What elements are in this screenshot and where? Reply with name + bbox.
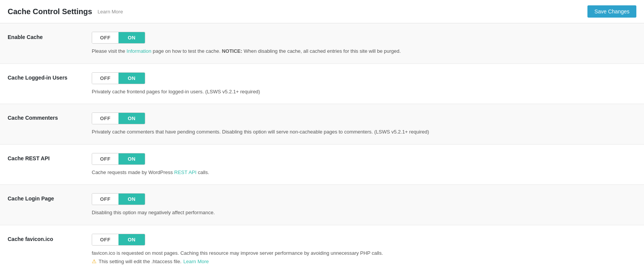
settings-sections: Enable CacheOFFONPlease visit the Inform… [0,23,644,267]
section-content-cache-favicon: OFFONfavicon.ico is requested on most pa… [92,234,636,265]
section-content-cache-commenters: OFFONPrivately cache commenters that hav… [92,112,636,136]
section-cache-rest-api: Cache REST APIOFFONCache requests made b… [0,145,644,185]
section-cache-login-page: Cache Login PageOFFONDisabling this opti… [0,185,644,225]
toggle-on-cache-commenters[interactable]: ON [118,113,145,124]
save-changes-button[interactable]: Save Changes [587,5,636,18]
section-label-cache-login-page: Cache Login Page [8,193,92,202]
section-content-cache-logged-in-users: OFFONPrivately cache frontend pages for … [92,72,636,96]
description-link-cache-rest-api[interactable]: REST API [174,169,196,175]
warning-learn-more-cache-favicon[interactable]: Learn More [183,259,209,264]
warning-text-cache-favicon: This setting will edit the .htaccess fil… [99,259,182,264]
toggle-on-cache-favicon[interactable]: ON [118,234,145,245]
section-cache-commenters: Cache CommentersOFFONPrivately cache com… [0,104,644,145]
toggle-on-cache-rest-api[interactable]: ON [118,153,145,164]
section-description-enable-cache: Please visit the Information page on how… [92,47,636,55]
section-description-cache-login-page: Disabling this option may negatively aff… [92,209,636,217]
section-description-cache-favicon: favicon.ico is requested on most pages. … [92,249,636,257]
section-cache-logged-in-users: Cache Logged-in UsersOFFONPrivately cach… [0,64,644,104]
toggle-off-cache-rest-api[interactable]: OFF [92,153,118,164]
toggle-group-cache-login-page: OFFON [92,193,145,205]
toggle-off-cache-favicon[interactable]: OFF [92,234,118,245]
header-learn-more-link[interactable]: Learn More [97,9,123,15]
toggle-on-cache-login-page[interactable]: ON [118,194,145,205]
description-link-enable-cache[interactable]: Information [127,48,151,54]
page-header: Cache Control Settings Learn More Save C… [0,0,644,23]
section-content-cache-login-page: OFFONDisabling this option may negativel… [92,193,636,217]
page-title: Cache Control Settings [8,7,92,16]
section-label-cache-commenters: Cache Commenters [8,112,92,121]
toggle-group-cache-logged-in-users: OFFON [92,72,145,84]
section-description-cache-commenters: Privately cache commenters that have pen… [92,128,636,136]
toggle-off-cache-login-page[interactable]: OFF [92,194,118,205]
section-description-cache-logged-in-users: Privately cache frontend pages for logge… [92,88,636,96]
section-label-cache-logged-in-users: Cache Logged-in Users [8,72,92,81]
toggle-off-cache-commenters[interactable]: OFF [92,113,118,124]
description-bold-enable-cache: NOTICE: [222,48,242,54]
toggle-off-enable-cache[interactable]: OFF [92,32,118,43]
toggle-group-cache-commenters: OFFON [92,112,145,124]
warning-row-cache-favicon: ⚠This setting will edit the .htaccess fi… [92,258,636,264]
warning-icon-cache-favicon: ⚠ [92,258,97,264]
toggle-off-cache-logged-in-users[interactable]: OFF [92,73,118,84]
section-description-cache-rest-api: Cache requests made by WordPress REST AP… [92,169,636,176]
section-content-enable-cache: OFFONPlease visit the Information page o… [92,32,636,55]
toggle-on-enable-cache[interactable]: ON [118,32,145,43]
header-left: Cache Control Settings Learn More [8,7,123,16]
section-label-cache-rest-api: Cache REST API [8,153,92,161]
section-label-enable-cache: Enable Cache [8,32,92,40]
section-label-cache-favicon: Cache favicon.ico [8,234,92,242]
section-cache-favicon: Cache favicon.icoOFFONfavicon.ico is req… [0,225,644,267]
section-enable-cache: Enable CacheOFFONPlease visit the Inform… [0,23,644,64]
section-content-cache-rest-api: OFFONCache requests made by WordPress RE… [92,153,636,176]
toggle-group-cache-rest-api: OFFON [92,153,145,165]
toggle-on-cache-logged-in-users[interactable]: ON [118,73,145,84]
toggle-group-cache-favicon: OFFON [92,234,145,246]
toggle-group-enable-cache: OFFON [92,32,145,44]
